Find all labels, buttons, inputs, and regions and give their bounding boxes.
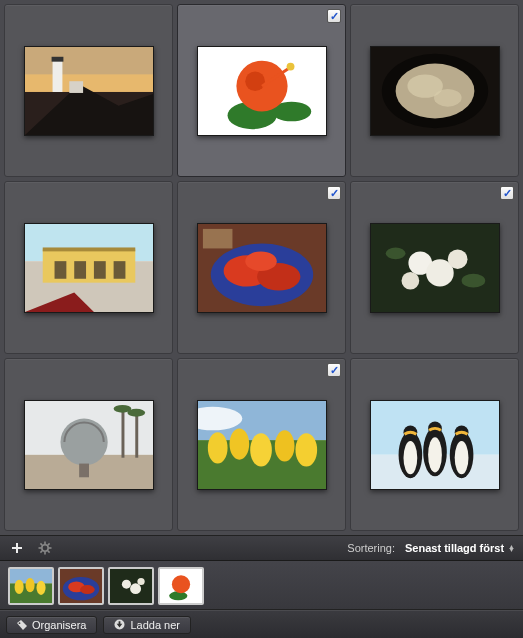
svg-rect-22 (42, 247, 135, 251)
plus-icon (11, 542, 23, 554)
svg-rect-45 (121, 410, 124, 457)
svg-point-43 (60, 418, 107, 465)
thumbnail (24, 223, 154, 313)
svg-rect-6 (69, 81, 83, 93)
svg-point-91 (137, 578, 144, 585)
grid-cell[interactable]: ✓ (177, 181, 346, 354)
svg-line-77 (48, 543, 50, 545)
svg-point-40 (461, 273, 485, 287)
svg-line-76 (48, 551, 50, 553)
svg-point-81 (15, 580, 24, 594)
thumbnail (197, 46, 327, 136)
svg-rect-26 (113, 261, 125, 279)
download-label: Ladda ner (130, 619, 180, 631)
tray-item[interactable] (108, 567, 154, 605)
svg-point-37 (447, 249, 467, 269)
svg-rect-46 (135, 414, 138, 457)
selection-checkbox[interactable]: ✓ (327, 186, 341, 200)
tray-item[interactable] (58, 567, 104, 605)
svg-line-78 (40, 551, 42, 553)
sort-arrows-icon: ▲▼ (508, 545, 515, 551)
sort-value: Senast tillagd först (405, 542, 504, 554)
svg-rect-25 (93, 261, 105, 279)
svg-rect-24 (74, 261, 86, 279)
gear-icon (38, 541, 52, 555)
svg-point-89 (122, 580, 131, 589)
svg-point-70 (42, 545, 48, 551)
sort-toolbar: Sortering: Senast tillagd först ▲▼ (0, 535, 523, 561)
add-button[interactable] (8, 539, 26, 557)
svg-point-82 (26, 578, 35, 592)
grid-cell[interactable] (350, 4, 519, 177)
svg-rect-23 (54, 261, 66, 279)
selection-tray (0, 561, 523, 610)
svg-rect-4 (51, 56, 63, 61)
organize-button[interactable]: Organisera (6, 616, 97, 634)
tray-item[interactable] (8, 567, 54, 605)
svg-point-53 (250, 433, 272, 466)
download-button[interactable]: Ladda ner (103, 616, 191, 634)
svg-point-90 (130, 583, 141, 594)
selection-checkbox[interactable]: ✓ (500, 186, 514, 200)
sort-dropdown[interactable]: Senast tillagd först ▲▼ (405, 542, 515, 554)
svg-point-13 (286, 62, 294, 70)
grid-cell[interactable]: ✓ (177, 4, 346, 177)
grid-cell[interactable]: ✓ (177, 358, 346, 531)
svg-rect-33 (202, 228, 232, 248)
tag-icon (17, 620, 27, 630)
download-icon (114, 619, 125, 630)
svg-rect-3 (52, 59, 62, 91)
thumbnail (24, 400, 154, 490)
svg-point-48 (127, 408, 145, 416)
settings-button[interactable] (36, 539, 54, 557)
grid-cell[interactable] (4, 4, 173, 177)
thumbnail (197, 400, 327, 490)
organize-label: Organisera (32, 619, 86, 631)
svg-point-55 (295, 433, 317, 466)
svg-point-83 (36, 581, 45, 595)
bottom-toolbar: Organisera Ladda ner (0, 610, 523, 638)
thumbnail (370, 46, 500, 136)
thumbnail (370, 400, 500, 490)
selection-checkbox[interactable]: ✓ (327, 9, 341, 23)
thumbnail-grid: ✓ (0, 0, 523, 535)
svg-point-63 (428, 437, 442, 472)
svg-point-39 (385, 247, 405, 259)
grid-cell[interactable] (4, 181, 173, 354)
svg-point-66 (454, 441, 468, 474)
svg-point-87 (80, 585, 95, 594)
svg-point-60 (403, 441, 417, 474)
svg-marker-95 (17, 620, 27, 630)
svg-point-52 (229, 428, 249, 459)
sort-label: Sortering: (347, 542, 395, 554)
grid-cell[interactable] (4, 358, 173, 531)
tray-item[interactable] (158, 567, 204, 605)
svg-point-94 (172, 575, 190, 593)
grid-cell[interactable] (350, 358, 519, 531)
svg-point-96 (19, 622, 21, 624)
grid-cell[interactable]: ✓ (350, 181, 519, 354)
selection-checkbox[interactable]: ✓ (327, 363, 341, 377)
svg-rect-44 (79, 463, 89, 477)
thumbnail (197, 223, 327, 313)
svg-point-11 (245, 71, 265, 91)
thumbnail (24, 46, 154, 136)
svg-rect-69 (12, 547, 22, 549)
svg-point-18 (434, 89, 462, 107)
svg-point-32 (245, 251, 277, 271)
svg-point-54 (274, 430, 294, 461)
svg-line-75 (40, 543, 42, 545)
svg-point-51 (207, 432, 227, 463)
thumbnail (370, 223, 500, 313)
svg-point-38 (401, 271, 419, 289)
